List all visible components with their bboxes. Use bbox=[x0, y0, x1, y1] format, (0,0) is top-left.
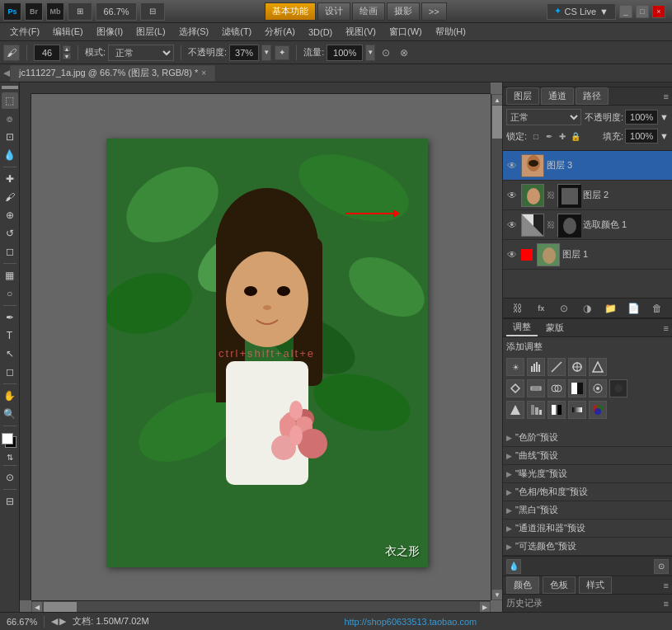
statusbar-url[interactable]: http://shop60633513.taobao.com bbox=[156, 617, 665, 627]
paths-tab[interactable]: 路径 bbox=[576, 87, 609, 105]
layer-new-btn[interactable]: 📄 bbox=[627, 301, 641, 316]
lock-transparent-icon[interactable]: □ bbox=[530, 130, 542, 142]
healing-tool[interactable]: ✚ bbox=[2, 171, 18, 187]
color-swatch[interactable] bbox=[2, 433, 18, 449]
layer-mask-btn[interactable]: ⊙ bbox=[557, 301, 571, 316]
mb-app-icon[interactable]: Mb bbox=[46, 2, 64, 21]
view-selector[interactable]: ⊞ bbox=[68, 2, 92, 21]
adjust-tab[interactable]: 调整 bbox=[506, 319, 538, 336]
opacity-input[interactable] bbox=[229, 45, 259, 61]
tablet-pressure-icon[interactable]: ⊙ bbox=[378, 45, 393, 60]
preset-exposure[interactable]: ▶ "曝光度"预设 bbox=[503, 465, 672, 483]
lock-paint-icon[interactable]: ✒ bbox=[543, 130, 555, 142]
color-tab[interactable]: 颜色 bbox=[506, 576, 539, 594]
quick-mask[interactable]: ⊙ bbox=[2, 469, 18, 486]
menu-3d[interactable]: 3D(D) bbox=[302, 26, 339, 39]
shape-tool[interactable]: ◻ bbox=[2, 364, 18, 380]
lasso-tool[interactable]: ⌾ bbox=[2, 110, 18, 127]
flow-dropdown-btn[interactable]: ▼ bbox=[365, 45, 375, 61]
layer-item-1[interactable]: 👁 图层 1 bbox=[503, 240, 672, 270]
nav-photo[interactable]: 摄影 bbox=[387, 2, 420, 21]
mask-tab[interactable]: 蒙版 bbox=[539, 320, 571, 336]
status-scroll-right[interactable]: ▶ bbox=[59, 616, 66, 627]
threshold-icon[interactable] bbox=[547, 401, 566, 419]
layer-3-visibility[interactable]: 👁 bbox=[505, 159, 519, 172]
opacity-value[interactable] bbox=[625, 110, 658, 125]
curves-icon[interactable] bbox=[547, 358, 566, 376]
panel-menu-btn[interactable]: ≡ bbox=[664, 92, 669, 101]
eyedropper-btn[interactable]: 💧 bbox=[506, 559, 521, 574]
clone-tool[interactable]: ⊕ bbox=[2, 207, 18, 223]
menu-edit[interactable]: 编辑(E) bbox=[46, 24, 90, 40]
status-scroll-left[interactable]: ◀ bbox=[51, 616, 58, 627]
menu-file[interactable]: 文件(F) bbox=[3, 24, 46, 40]
menu-filter[interactable]: 滤镜(T) bbox=[215, 24, 258, 40]
blend-mode-dropdown[interactable]: 正常 bbox=[506, 109, 581, 125]
channel-mixer-icon[interactable] bbox=[609, 379, 627, 397]
selection-tool[interactable]: ⬚ bbox=[2, 92, 18, 109]
lock-all-icon[interactable]: 🔒 bbox=[570, 130, 581, 142]
layers-tab[interactable]: 图层 bbox=[506, 87, 539, 105]
cs-live-btn[interactable]: ✦ CS Live ▼ bbox=[547, 3, 616, 20]
adjust-menu-btn[interactable]: ≡ bbox=[664, 323, 669, 333]
fill-circle-btn[interactable]: ⊙ bbox=[654, 559, 669, 574]
close-btn[interactable]: × bbox=[652, 5, 665, 18]
preset-curves[interactable]: ▶ "曲线"预设 bbox=[503, 447, 672, 465]
preset-hue-sat[interactable]: ▶ "色相/饱和度"预设 bbox=[503, 483, 672, 501]
scroll-h-thumb[interactable] bbox=[44, 602, 77, 612]
foreground-color[interactable] bbox=[2, 433, 13, 444]
selective-color-icon[interactable] bbox=[589, 401, 607, 419]
gradient-tool[interactable]: ▦ bbox=[2, 267, 18, 284]
layer-fx-btn[interactable]: fx bbox=[533, 301, 548, 316]
nav-more[interactable]: >> bbox=[421, 2, 447, 21]
preset-channel-mixer[interactable]: ▶ "通道混和器"预设 bbox=[503, 520, 672, 538]
nav-basic[interactable]: 基本功能 bbox=[265, 2, 316, 21]
exposure-icon[interactable] bbox=[568, 358, 586, 376]
brightness-icon[interactable]: ☀ bbox=[506, 358, 524, 376]
tabs-scroll-left[interactable]: ◀ bbox=[3, 65, 10, 82]
file-tab[interactable]: jc111227_1a.jpg @ 66.7% (图层 3, RGB/8) * … bbox=[10, 65, 215, 82]
menu-window[interactable]: 窗口(W) bbox=[383, 24, 429, 40]
preset-levels[interactable]: ▶ "色阶"预设 bbox=[503, 429, 672, 447]
tablet-btn2[interactable]: ⊗ bbox=[397, 45, 411, 60]
menu-layer[interactable]: 图层(L) bbox=[129, 24, 172, 40]
vibrance-icon[interactable] bbox=[506, 379, 524, 397]
eyedropper-tool[interactable]: 💧 bbox=[2, 147, 18, 163]
styles-tab[interactable]: 样式 bbox=[579, 576, 612, 594]
layer-item-selective[interactable]: 👁 ⛓ 选取颜色 1 bbox=[503, 210, 672, 240]
horizontal-scrollbar[interactable]: ◀ ▶ bbox=[31, 600, 491, 612]
photo-filter-icon[interactable] bbox=[589, 379, 607, 397]
history-menu-btn[interactable]: ≡ bbox=[664, 599, 669, 609]
adj-icon5[interactable] bbox=[589, 358, 607, 376]
eraser-tool[interactable]: ◻ bbox=[2, 243, 18, 260]
mode-dropdown[interactable]: 正常 bbox=[108, 45, 174, 61]
posterize-icon[interactable] bbox=[527, 401, 545, 419]
layer-adj-btn[interactable]: ◑ bbox=[580, 301, 594, 316]
size-spinner[interactable]: ▲ ▼ bbox=[63, 45, 71, 59]
br-app-icon[interactable]: Br bbox=[25, 2, 43, 21]
layer-link-btn[interactable]: ⛓ bbox=[510, 301, 525, 316]
view-selector2[interactable]: ⊟ bbox=[140, 2, 165, 21]
scroll-down-btn[interactable]: ▼ bbox=[492, 590, 502, 599]
preset-bw[interactable]: ▶ "黑白"预设 bbox=[503, 501, 672, 520]
invert-icon[interactable] bbox=[506, 401, 524, 419]
scroll-right-btn[interactable]: ▶ bbox=[480, 602, 490, 612]
type-tool[interactable]: T bbox=[2, 327, 18, 344]
scroll-thumb[interactable] bbox=[492, 106, 502, 139]
zoom-display[interactable]: 66.7% bbox=[96, 2, 137, 21]
nav-paint[interactable]: 绘画 bbox=[352, 2, 385, 21]
lock-move-icon[interactable]: ✚ bbox=[557, 130, 568, 142]
layer-2-visibility[interactable]: 👁 bbox=[505, 189, 519, 202]
screen-mode[interactable]: ⊟ bbox=[2, 493, 18, 510]
brush-size-input[interactable] bbox=[34, 45, 60, 61]
opacity-dropdown-btn[interactable]: ▼ bbox=[261, 45, 271, 61]
bw-icon[interactable] bbox=[568, 379, 586, 397]
swatches-tab[interactable]: 色板 bbox=[543, 576, 576, 594]
hand-tool[interactable]: ✋ bbox=[2, 388, 18, 404]
scroll-left-btn[interactable]: ◀ bbox=[32, 602, 42, 612]
layer-1-red-indicator[interactable] bbox=[521, 249, 533, 261]
bottom-panel-menu[interactable]: ≡ bbox=[664, 581, 669, 590]
fill-arrow[interactable]: ▼ bbox=[660, 131, 669, 141]
menu-image[interactable]: 图像(I) bbox=[90, 24, 129, 40]
pen-tool[interactable]: ✒ bbox=[2, 309, 18, 326]
